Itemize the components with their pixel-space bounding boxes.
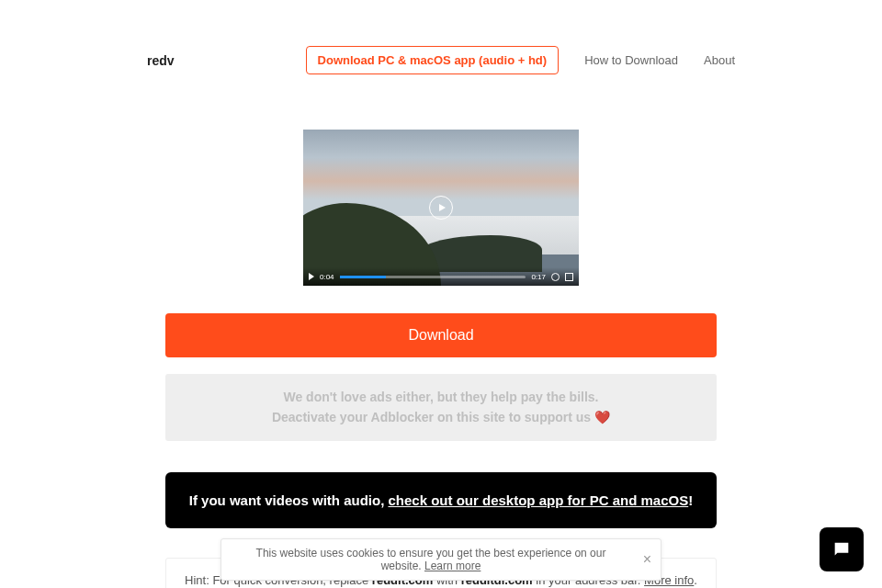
chat-icon xyxy=(831,539,852,560)
duration: 0:17 xyxy=(531,273,546,281)
video-preview-wrap: 0:04 0:17 xyxy=(165,93,717,304)
play-button[interactable] xyxy=(429,196,453,220)
video-preview[interactable]: 0:04 0:17 xyxy=(303,130,579,286)
fullscreen-icon[interactable] xyxy=(565,273,573,281)
heart-icon: ❤️ xyxy=(594,410,610,424)
current-time: 0:04 xyxy=(320,273,334,281)
adblock-line2-text: Deactivate your Adblocker on this site t… xyxy=(272,410,594,424)
adblock-line1: We don't love ads either, but they help … xyxy=(175,387,707,407)
adblock-notice: We don't love ads either, but they help … xyxy=(165,374,717,441)
mini-play-button[interactable] xyxy=(309,273,314,280)
adblock-line2: Deactivate your Adblocker on this site t… xyxy=(175,407,707,427)
header: redv Download PC & macOS app (audio + hd… xyxy=(147,0,735,93)
progress-fill xyxy=(340,276,387,278)
cookie-banner: This website uses cookies to ensure you … xyxy=(220,538,662,581)
progress-bar[interactable] xyxy=(340,276,526,278)
nav: Download PC & macOS app (audio + hd) How… xyxy=(306,46,735,74)
desktop-app-banner: If you want videos with audio, check out… xyxy=(165,472,717,528)
about-link[interactable]: About xyxy=(704,53,735,67)
brand-logo[interactable]: redv xyxy=(147,53,175,68)
download-app-link[interactable]: Download PC & macOS app (audio + hd) xyxy=(306,46,560,74)
settings-icon[interactable] xyxy=(551,273,560,281)
chat-widget[interactable] xyxy=(820,527,864,571)
download-button[interactable]: Download xyxy=(165,313,717,357)
banner-suffix: ! xyxy=(688,492,693,508)
how-to-download-link[interactable]: How to Download xyxy=(584,53,678,67)
banner-prefix: If you want videos with audio, xyxy=(189,492,389,508)
cookie-close-button[interactable]: × xyxy=(643,552,651,567)
desktop-app-link[interactable]: check out our desktop app for PC and mac… xyxy=(388,492,688,508)
cookie-learn-more-link[interactable]: Learn more xyxy=(424,560,481,572)
video-controls: 0:04 0:17 xyxy=(303,267,579,286)
